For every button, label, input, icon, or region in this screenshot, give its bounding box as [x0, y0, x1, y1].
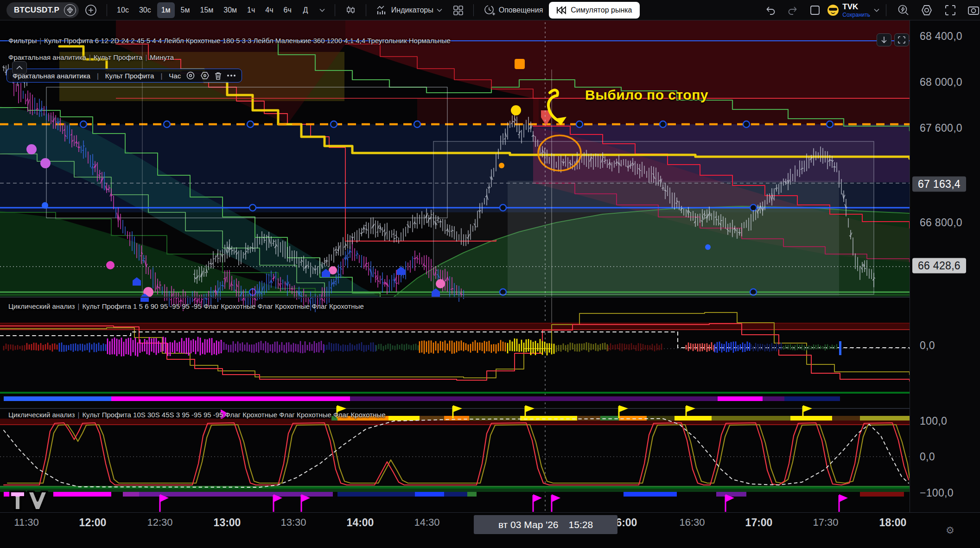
chevron-up-icon — [16, 66, 23, 70]
maximize-pane-button[interactable] — [894, 33, 909, 46]
toolbar-separator — [473, 4, 474, 16]
toolbar-separator — [886, 4, 886, 16]
alarm-clock-plus-icon — [484, 4, 496, 16]
indicators-label: Индикаторы — [391, 6, 433, 14]
restore-icon — [898, 36, 905, 44]
undo-button[interactable] — [761, 2, 780, 18]
price-label: 66 800,0 — [920, 217, 962, 229]
grid-icon — [452, 5, 464, 16]
time-label: 16:30 — [679, 516, 705, 529]
alerts-button[interactable]: Оповещения — [479, 2, 547, 18]
pane3-zero-label: 0,0 — [920, 451, 935, 463]
top-toolbar: BTCUSDT.P 10с 30с 1м 5м 15м 30м 1ч 4ч 6ч… — [0, 0, 980, 20]
indicators-button[interactable]: Индикаторы — [372, 2, 446, 18]
add-symbol-button[interactable] — [81, 2, 101, 18]
time-label: 11:30 — [14, 516, 38, 529]
legend-filters[interactable]: Фильтры|Культ Профита 6 12 2D 24 2 45 5 … — [8, 37, 451, 45]
plus-icon — [85, 4, 97, 16]
time-label: 14:30 — [414, 516, 439, 529]
price-label: 68 400,0 — [920, 30, 962, 43]
diamond-badge-icon — [64, 4, 76, 16]
undo-icon — [765, 5, 776, 15]
fullscreen-brackets-icon — [944, 4, 956, 16]
chevron-down-icon — [319, 8, 325, 12]
chevron-down-icon — [874, 8, 879, 12]
stop-price-badge: 66 428,6 — [912, 258, 966, 274]
chart-canvas[interactable] — [0, 20, 980, 548]
time-label: 13:00 — [214, 516, 241, 529]
templates-button[interactable] — [448, 2, 468, 18]
pane3-bottom-label: −100,0 — [920, 487, 954, 499]
price-label: 67 600,0 — [920, 122, 962, 134]
layout-button[interactable] — [805, 2, 825, 18]
gear-hexagon-icon — [920, 4, 933, 16]
indicator-settings-gear-icon[interactable] — [200, 71, 210, 80]
scroll-down-button[interactable] — [877, 33, 891, 46]
legend-cyclic-1[interactable]: Циклический анализ|Культ Профита 1 5 6 9… — [8, 302, 364, 310]
symbol-name: BTCUSDT.P — [14, 6, 59, 15]
legend-fractal-minute[interactable]: Фрактальная аналитика|Культ Профита|Мину… — [8, 53, 174, 61]
time-label: 14:00 — [347, 516, 374, 529]
pane2-zero-label: 0,0 — [920, 339, 935, 352]
simulator-label: Симулятор рынка — [571, 6, 632, 14]
tf-10s[interactable]: 10с — [113, 2, 133, 18]
toolbar-separator — [366, 4, 366, 16]
settings-button[interactable] — [916, 2, 937, 18]
time-label: 17:30 — [813, 516, 838, 529]
time-label: 12:00 — [79, 516, 107, 529]
tf-30m[interactable]: 30м — [219, 2, 241, 18]
market-simulator-button[interactable]: Симулятор рынка — [549, 2, 639, 19]
timeframe-menu-button[interactable] — [315, 2, 329, 18]
legend-fractal-hour-selected[interactable]: Фрактальная аналитика|Культ Профита|Час — [6, 69, 242, 83]
chevron-down-icon — [437, 8, 442, 12]
toolbar-separator — [107, 4, 107, 16]
legend-filters-args: Культ Профита 6 12 2D 24 2 45 5 4 4 Лейб… — [44, 37, 451, 45]
lightning-search-icon — [897, 4, 909, 16]
time-label: 18:00 — [879, 516, 907, 529]
rewind-icon — [556, 6, 566, 14]
chart-style-button[interactable] — [341, 2, 360, 18]
symbol-button[interactable]: BTCUSDT.P — [6, 2, 79, 18]
snapshot-button[interactable] — [963, 2, 980, 18]
legend-filters-title: Фильтры — [8, 37, 37, 45]
tf-1h[interactable]: 1ч — [243, 2, 259, 18]
redo-icon — [787, 5, 798, 15]
eye-icon[interactable] — [185, 71, 196, 80]
axis-settings-gear-icon[interactable]: ⚙ — [946, 525, 955, 536]
price-label: 68 000,0 — [920, 76, 962, 89]
legend-cyclic-2[interactable]: Циклический анализ|Культ Профита 10S 30S… — [8, 411, 385, 419]
tf-15m[interactable]: 15м — [196, 2, 218, 18]
candles-icon — [345, 5, 356, 16]
tf-1d[interactable]: Д — [298, 2, 313, 18]
user-name: TVK — [842, 3, 870, 11]
toolbar-separator — [335, 4, 335, 16]
pane3-top-label: 100,0 — [920, 415, 947, 427]
time-label: 13:30 — [280, 516, 306, 529]
arrow-down-icon — [881, 36, 887, 44]
trash-icon[interactable] — [214, 71, 222, 80]
more-options-icon[interactable] — [227, 74, 236, 77]
collapse-legend-button[interactable] — [12, 61, 27, 74]
fullscreen-button[interactable] — [940, 2, 961, 18]
time-label: 12:30 — [147, 516, 172, 529]
tf-4h[interactable]: 4ч — [261, 2, 277, 18]
indicators-icon — [376, 5, 388, 16]
user-avatar-sunglasses-icon — [827, 5, 839, 16]
tf-1m[interactable]: 1м — [157, 2, 175, 18]
current-price-badge: 67 163,4 — [912, 177, 966, 192]
user-menu[interactable]: TVK Сохранить — [827, 3, 879, 18]
redo-button[interactable] — [783, 2, 802, 18]
time-label: 17:00 — [745, 516, 773, 529]
tf-6h[interactable]: 6ч — [280, 2, 296, 18]
save-link[interactable]: Сохранить — [842, 12, 870, 18]
crosshair-date-tooltip: вт 03 Мар '2615:28 — [474, 515, 617, 534]
tf-30s[interactable]: 30с — [135, 2, 155, 18]
quick-search-button[interactable] — [893, 2, 913, 18]
layout-square-icon — [809, 4, 821, 16]
alerts-label: Оповещения — [499, 6, 543, 14]
camera-icon — [967, 4, 980, 16]
stop-loss-annotation: Выбило по стопу — [585, 87, 708, 103]
tf-5m[interactable]: 5м — [177, 2, 194, 18]
